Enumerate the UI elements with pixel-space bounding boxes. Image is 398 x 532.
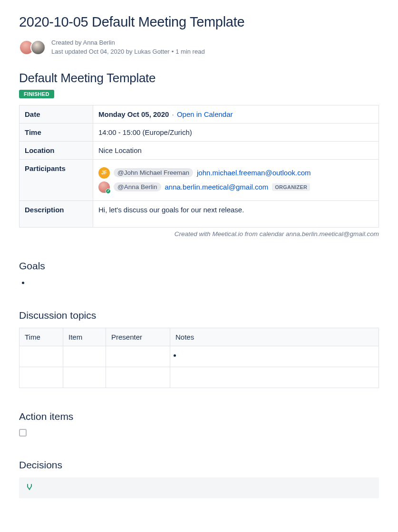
meeting-info-table: Date Monday Oct 05, 2020 · Open in Calen… xyxy=(19,105,379,228)
author-avatar-stack xyxy=(19,40,46,55)
value-participants: JF@John Michael Freemanjohn.michael.free… xyxy=(93,159,379,200)
byline: Created by Anna Berlin Last updated Oct … xyxy=(19,38,379,57)
date-text: Monday Oct 05, 2020 xyxy=(98,110,169,118)
participant-email-link[interactable]: john.michael.freeman@outlook.com xyxy=(197,169,311,177)
label-location: Location xyxy=(19,141,93,159)
discussion-heading: Discussion topics xyxy=(19,310,379,321)
cell-presenter[interactable] xyxy=(106,367,170,388)
created-by-prefix: Created by xyxy=(51,39,83,46)
meeting-heading: Default Meeting Template xyxy=(19,71,379,86)
value-description: Hi, let's discuss our goals for our next… xyxy=(93,200,379,227)
goals-list[interactable] xyxy=(29,278,379,287)
updated-by-prefix: by xyxy=(124,48,134,55)
participant-email-link[interactable]: anna.berlin.meetical@gmail.com xyxy=(165,183,269,191)
label-participants: Participants xyxy=(19,159,93,200)
label-time: Time xyxy=(19,123,93,141)
action-items-heading: Action items xyxy=(19,411,379,422)
col-header-notes: Notes xyxy=(170,328,379,346)
byline-text: Created by Anna Berlin Last updated Oct … xyxy=(51,38,205,57)
label-date: Date xyxy=(19,105,93,123)
decisions-heading: Decisions xyxy=(19,459,379,471)
list-item[interactable] xyxy=(29,278,379,287)
dot-separator: • xyxy=(172,48,174,55)
page-title: 2020-10-05 Default Meeting Template xyxy=(19,14,379,30)
value-location: Nice Location xyxy=(93,141,379,159)
value-date: Monday Oct 05, 2020 · Open in Calendar xyxy=(93,105,379,123)
cell-notes[interactable] xyxy=(170,367,379,388)
table-row[interactable] xyxy=(19,346,379,367)
action-item-checkbox[interactable] xyxy=(19,429,27,437)
meeting-footer-note: Created with Meetical.io from calendar a… xyxy=(19,230,379,238)
user-mention[interactable]: @John Michael Freeman xyxy=(114,168,193,177)
participant-avatar[interactable]: ✓ xyxy=(98,181,110,193)
participant-row: JF@John Michael Freemanjohn.michael.free… xyxy=(98,167,373,179)
dot-separator: · xyxy=(172,110,174,118)
avatar-lukas[interactable] xyxy=(30,40,46,55)
col-header-presenter: Presenter xyxy=(106,328,170,346)
table-row[interactable] xyxy=(19,367,379,388)
participant-avatar[interactable]: JF xyxy=(98,167,110,179)
cell-item[interactable] xyxy=(63,367,106,388)
col-header-item: Item xyxy=(63,328,106,346)
label-description: Description xyxy=(19,200,93,227)
decision-fork-icon xyxy=(26,484,33,492)
value-time: 14:00 - 15:00 (Europe/Zurich) xyxy=(93,123,379,141)
created-by-link[interactable]: Anna Berlin xyxy=(83,39,115,46)
cell-time[interactable] xyxy=(19,367,63,388)
updated-by-link[interactable]: Lukas Gotter xyxy=(134,48,169,55)
col-header-time: Time xyxy=(19,328,63,346)
user-mention[interactable]: @Anna Berlin xyxy=(114,182,161,191)
cell-presenter[interactable] xyxy=(106,346,170,367)
check-icon: ✓ xyxy=(106,189,111,194)
status-badge: FINISHED xyxy=(19,90,54,98)
organizer-badge: ORGANIZER xyxy=(272,183,310,191)
updated-date: Oct 04, 2020 xyxy=(89,48,124,55)
read-time: 1 min read xyxy=(175,48,204,55)
participant-row: ✓@Anna Berlinanna.berlin.meetical@gmail.… xyxy=(98,181,373,193)
updated-prefix: Last updated xyxy=(51,48,89,55)
cell-notes[interactable] xyxy=(170,346,379,367)
decisions-panel[interactable] xyxy=(19,477,379,498)
goals-heading: Goals xyxy=(19,260,379,272)
cell-item[interactable] xyxy=(63,346,106,367)
open-in-calendar-link[interactable]: Open in Calendar xyxy=(177,110,233,118)
discussion-topics-table: Time Item Presenter Notes xyxy=(19,328,379,388)
cell-time[interactable] xyxy=(19,346,63,367)
